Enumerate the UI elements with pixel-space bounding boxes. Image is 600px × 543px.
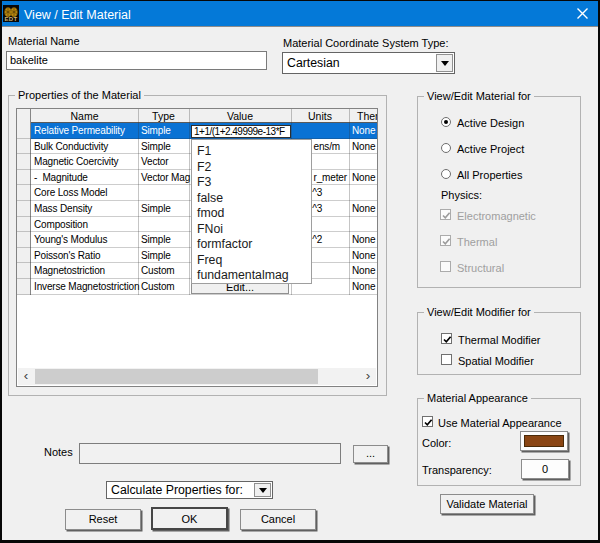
- svg-text:EDT: EDT: [5, 16, 18, 22]
